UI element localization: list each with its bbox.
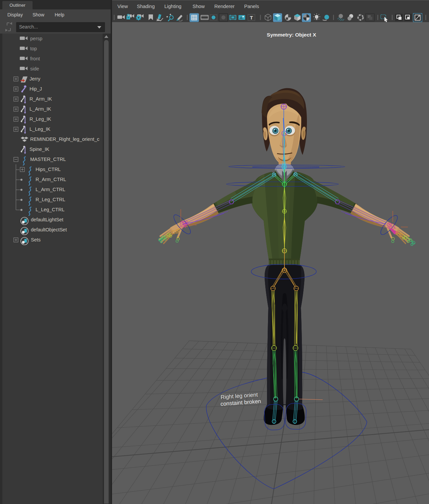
svg-text:T: T [250,15,253,20]
svg-text:Symmetry: Object X: Symmetry: Object X [267,32,316,38]
